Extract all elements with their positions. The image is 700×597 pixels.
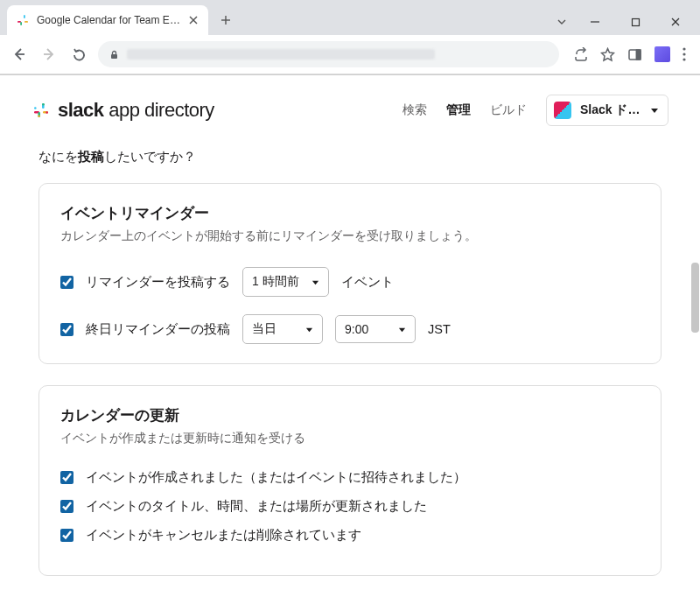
update-checkbox-updated[interactable] (60, 500, 74, 513)
reminder-subtitle: カレンダー上のイベントが開始する前にリマインダーを受け取りましょう。 (60, 228, 640, 244)
page-body: slack app directory 検索 管理 ビルド Slack ドク..… (0, 75, 700, 597)
svg-point-28 (46, 111, 48, 114)
card-calendar-updates: カレンダーの更新 イベントが作成または更新時に通知を受ける イベントが作成されま… (38, 385, 662, 576)
svg-marker-32 (306, 327, 312, 332)
select-value: 当日 (252, 321, 276, 337)
browser-tab[interactable]: Google Calendar for Team Events (7, 5, 208, 35)
card-event-reminder: イベントリマインダー カレンダー上のイベントが開始する前にリマインダーを受け取り… (38, 183, 662, 364)
logo-text: slack app directory (58, 99, 214, 122)
workspace-icon (554, 102, 571, 119)
browser-toolbar (0, 35, 700, 74)
svg-point-29 (38, 115, 40, 117)
svg-point-19 (682, 47, 685, 50)
content-area: なにを投稿したいですか？ イベントリマインダー カレンダー上のイベントが開始する… (0, 138, 700, 597)
slack-favicon-icon (16, 13, 30, 27)
caret-down-icon (305, 326, 313, 334)
slack-mark-icon (32, 101, 51, 120)
url-blurred (127, 49, 435, 60)
svg-marker-15 (602, 48, 614, 60)
section-question: なにを投稿したいですか？ (38, 149, 662, 165)
window-controls (551, 9, 693, 35)
svg-rect-2 (24, 21, 28, 23)
reminder-time-select[interactable]: 1 時間前 (242, 267, 329, 297)
browser-chrome: Google Calendar for Team Events (0, 0, 700, 75)
updates-title: カレンダーの更新 (60, 405, 640, 425)
reminder-row-2: 終日リマインダーの投稿 当日 9:00 JST (60, 314, 640, 344)
slack-logo[interactable]: slack app directory (32, 99, 214, 122)
address-bar[interactable] (98, 41, 559, 67)
update-checkbox-cancelled[interactable] (60, 529, 74, 542)
svg-rect-3 (20, 22, 22, 25)
slack-header: slack app directory 検索 管理 ビルド Slack ドク..… (0, 75, 700, 138)
reminder-suffix: イベント (341, 274, 394, 291)
update-row-2: イベントがキャンセルまたは削除されています (60, 527, 640, 544)
workspace-switcher[interactable]: Slack ドク... (546, 95, 668, 126)
update-row-0: イベントが作成されました（またはイベントに招待されました） (60, 469, 640, 486)
nav-manage[interactable]: 管理 (446, 102, 471, 118)
allday-reminder-label: 終日リマインダーの投稿 (86, 321, 230, 338)
svg-marker-30 (651, 109, 658, 113)
allday-day-select[interactable]: 当日 (242, 314, 323, 344)
back-button[interactable] (9, 44, 30, 65)
svg-point-21 (682, 58, 685, 60)
reminder-row-1: リマインダーを投稿する 1 時間前 イベント (60, 267, 640, 297)
timezone-label: JST (428, 322, 451, 336)
workspace-name: Slack ドク... (580, 102, 641, 118)
nav-search[interactable]: 検索 (402, 102, 427, 118)
caret-down-icon (398, 326, 406, 334)
caret-down-icon (312, 278, 319, 286)
tab-title: Google Calendar for Team Events (37, 14, 180, 26)
reload-button[interactable] (68, 44, 89, 65)
profile-avatar[interactable] (654, 46, 670, 62)
lock-icon (108, 49, 120, 60)
update-row-1: イベントのタイトル、時間、または場所が更新されました (60, 498, 640, 515)
nav-build[interactable]: ビルド (490, 102, 527, 118)
select-value: 1 時間前 (252, 274, 299, 290)
update-checkbox-created[interactable] (60, 471, 74, 484)
window-close-button[interactable] (658, 9, 693, 35)
star-icon[interactable] (600, 47, 615, 62)
svg-point-27 (42, 103, 45, 106)
caret-down-icon (650, 106, 659, 115)
svg-marker-31 (312, 280, 318, 284)
svg-rect-1 (24, 15, 25, 18)
update-label: イベントのタイトル、時間、または場所が更新されました (86, 498, 427, 515)
share-icon[interactable] (573, 47, 588, 62)
window-maximize-button[interactable] (618, 9, 653, 35)
select-value: 9:00 (345, 322, 368, 336)
new-tab-button[interactable] (214, 8, 238, 32)
reminder-title: イベントリマインダー (60, 203, 640, 223)
side-panel-icon[interactable] (627, 47, 642, 62)
updates-subtitle: イベントが作成または更新時に通知を受ける (60, 431, 640, 446)
allday-reminder-checkbox[interactable] (60, 323, 74, 336)
svg-marker-33 (399, 327, 405, 332)
window-minimize-button[interactable] (578, 9, 612, 35)
svg-point-26 (34, 107, 37, 109)
update-label: イベントがキャンセルまたは削除されています (86, 527, 361, 544)
scrollbar-thumb[interactable] (691, 263, 699, 333)
toolbar-icons (568, 46, 691, 62)
svg-point-20 (682, 53, 685, 55)
svg-rect-9 (632, 18, 639, 25)
browser-titlebar: Google Calendar for Team Events (0, 0, 700, 35)
forward-button[interactable] (38, 44, 60, 65)
svg-rect-14 (111, 54, 117, 59)
tab-overflow-icon[interactable] (551, 9, 572, 35)
menu-kebab-icon[interactable] (682, 47, 686, 61)
svg-rect-18 (637, 50, 641, 60)
update-label: イベントが作成されました（またはイベントに招待されました） (86, 469, 466, 486)
reminder-post-label: リマインダーを投稿する (86, 274, 230, 291)
reminder-post-checkbox[interactable] (60, 276, 74, 289)
allday-time-select[interactable]: 9:00 (335, 315, 416, 343)
tab-close-icon[interactable] (187, 14, 200, 26)
